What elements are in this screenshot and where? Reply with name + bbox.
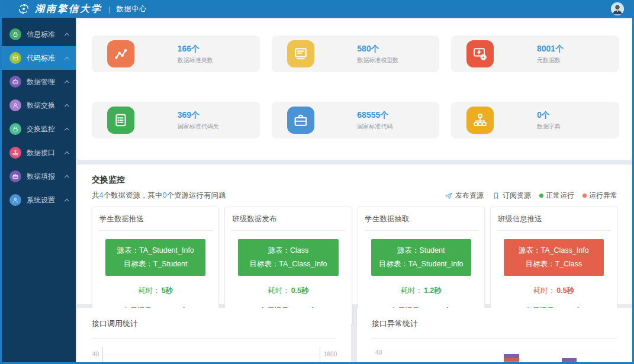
elapsed-time: 耗时：0.5秒 [232, 286, 344, 296]
chevron-up-icon [65, 175, 69, 179]
bar-segment [562, 358, 577, 362]
source-target-box: 源表：TA_Student_Info 目标表：T_Student [105, 239, 205, 276]
stat-card-data-standard-models[interactable]: 580个 数据标准模型数 [272, 36, 440, 72]
interface-error-stats-panel: 接口异常统计 4030 [357, 308, 632, 364]
app-title: 数据中心 [116, 4, 147, 14]
stat-card-national-codes[interactable]: 68555个 国家标准代码 [272, 102, 440, 138]
monitor-card-title: 学生数据推送 [99, 214, 211, 224]
stat-label: 国家标准代码类 [178, 123, 219, 131]
sidebar-item-label: 交换监控 [27, 124, 65, 134]
chevron-up-icon [65, 56, 69, 61]
stat-label: 元数据数 [537, 56, 564, 65]
stacked-bar [562, 358, 577, 364]
sidebar-item-code-standard[interactable]: 代码标准 [2, 46, 76, 70]
sidebar-item-label: 数据填报 [27, 172, 65, 182]
app-window: 湖南擎信大学 | 数据中心 信息标准 代码标准 数据管理 [0, 0, 634, 364]
sidebar-item-data-report[interactable]: 数据填报 [2, 165, 76, 188]
sidebar-item-label: 数据交换 [27, 101, 65, 111]
elapsed-time: 耗时：1.2秒 [365, 286, 477, 296]
sidebar-item-label: 系统设置 [27, 195, 65, 205]
top-header: 湖南擎信大学 | 数据中心 [2, 0, 632, 18]
chevron-up-icon [65, 198, 69, 203]
stat-label: 数据标准模型数 [357, 56, 398, 65]
y-axis-tick: 40 [372, 350, 382, 356]
chevron-up-icon [65, 127, 69, 132]
bookmark-icon [492, 192, 500, 200]
monitor-card-title: 班级数据发布 [232, 214, 344, 224]
sidebar: 信息标准 代码标准 数据管理 数据交换 交换监控 [2, 18, 76, 362]
user-icon [12, 197, 19, 204]
legend-publish-resource: 发布资源 [445, 191, 484, 201]
stat-value: 0个 [537, 110, 561, 121]
sidebar-item-data-exchange[interactable]: 数据交换 [2, 94, 76, 117]
sidebar-item-label: 代码标准 [27, 53, 65, 63]
sidebar-item-data-interface[interactable]: 数据接口 [2, 141, 76, 165]
sidebar-item-data-management[interactable]: 数据管理 [2, 70, 76, 94]
interface-call-chart: 403016001200 [92, 340, 336, 364]
user-icon [12, 102, 19, 109]
red-dot-icon [582, 194, 587, 198]
brand: 湖南擎信大学 | 数据中心 [17, 2, 147, 15]
chart-title: 接口异常统计 [372, 318, 617, 329]
y-axis-tick: 40 [92, 352, 99, 357]
sidebar-item-exchange-monitor[interactable]: 交换监控 [2, 117, 76, 141]
lock-icon [12, 125, 19, 133]
monitor-gear-icon [472, 46, 488, 62]
stat-value: 8001个 [537, 44, 564, 54]
sidebar-item-system-settings[interactable]: 系统设置 [2, 188, 76, 212]
checklist-icon [112, 112, 129, 128]
green-dot-icon [539, 194, 543, 198]
chart-title: 接口调用统计 [92, 318, 336, 329]
stat-value: 166个 [178, 44, 213, 54]
elapsed-time: 耗时：0.5秒 [498, 286, 610, 296]
bar-segment [504, 358, 519, 361]
y-axis-right-tick: 1600 [324, 352, 337, 357]
sidebar-item-label: 信息标准 [27, 30, 65, 40]
source-target-box: 源表：Student 目标表：TA_Student_Info [371, 239, 471, 276]
lock-icon [12, 31, 19, 38]
stat-card-data-dictionary[interactable]: 0个 数据字典 [451, 102, 619, 138]
user-avatar[interactable] [611, 2, 624, 15]
sitemap-icon [12, 149, 19, 156]
source-target-box: 源表：Class 目标表：TA_Class_Info [238, 239, 338, 276]
stat-card-metadata[interactable]: 8001个 元数据数 [451, 36, 619, 72]
bar-segment [504, 361, 519, 363]
legend-running-error: 运行异常 [582, 191, 617, 201]
interface-call-stats-panel: 接口调用统计 403016001200 [77, 308, 351, 364]
exchange-monitor-panel: 交换监控 共4个数据资源，其中0个资源运行有问题 发布资源 订阅资源 正常运行 … [77, 165, 632, 304]
sidebar-item-info-standard[interactable]: 信息标准 [2, 22, 76, 46]
main-content: 166个 数据标准类数 580个 数据标准模型数 8001个 元数据数 369个… [76, 18, 632, 362]
sidebar-item-label: 数据管理 [27, 77, 65, 87]
bar-segment [504, 354, 519, 359]
university-logo-icon [17, 2, 30, 15]
monitor-card-title: 班级信息推送 [498, 214, 610, 224]
monitor-legend: 发布资源 订阅资源 正常运行 运行异常 [445, 191, 617, 201]
table-icon [12, 54, 19, 62]
header-separator: | [108, 5, 110, 14]
stat-label: 数据标准类数 [178, 56, 213, 65]
stat-label: 国家标准代码 [357, 123, 392, 131]
sitemap-icon [472, 112, 488, 128]
stat-card-national-code-categories[interactable]: 369个 国家标准代码类 [92, 102, 260, 138]
briefcase-icon [12, 78, 19, 85]
stat-value: 580个 [357, 44, 398, 54]
chevron-up-icon [65, 33, 69, 37]
legend-subscribe-resource: 订阅资源 [492, 191, 531, 201]
briefcase-icon [12, 173, 19, 180]
university-name: 湖南擎信大学 [35, 3, 102, 15]
paper-plane-icon [445, 192, 453, 200]
exchange-monitor-title: 交换监控 [92, 175, 617, 185]
monitor-lines-icon [292, 46, 309, 62]
legend-normal-running: 正常运行 [539, 191, 574, 201]
chevron-up-icon [65, 151, 69, 156]
elapsed-time: 耗时：5秒 [99, 286, 211, 296]
bar-segment [562, 362, 577, 363]
briefcase-icon [292, 112, 309, 128]
stat-value: 369个 [178, 110, 219, 121]
stacked-bar [504, 354, 519, 364]
monitor-summary: 共4个数据资源，其中0个资源运行有问题 [92, 191, 226, 201]
chart-dots-icon [112, 46, 129, 62]
interface-error-chart: 4030 [372, 340, 617, 364]
chevron-up-icon [65, 104, 69, 108]
stat-card-data-standard-categories[interactable]: 166个 数据标准类数 [92, 36, 260, 72]
